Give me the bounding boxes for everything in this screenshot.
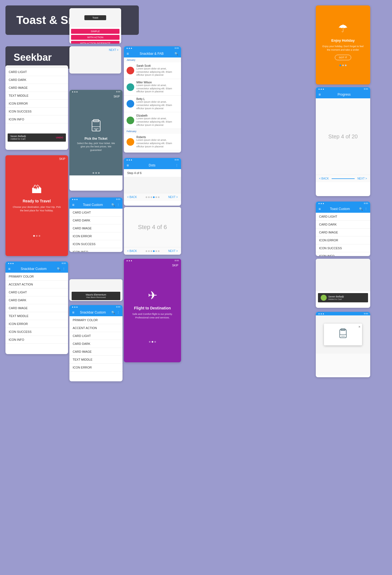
sc-left-item-0[interactable]: PRIMARY COLOR [5,273,68,281]
progress-menu-icon[interactable]: ≡ [318,92,321,97]
sc-right-item-6[interactable]: ICON ERROR [69,364,122,372]
sc-left-item-5[interactable]: TEXT MIDDLE [5,312,68,320]
tc-left-item-5[interactable]: ICON INFO [69,248,122,252]
tc-left-item-1[interactable]: CARD DARK [69,217,122,224]
red-skip-btn[interactable]: SKIP [59,157,65,160]
next-card: NEXT > [69,46,121,74]
ticket-card: ▲▲▲ 8:00 SKIP Pick the Ticket Select the… [69,90,122,191]
sc-right-more[interactable]: ⋮ [117,311,120,314]
tc-right-item-3[interactable]: ICON ERROR [316,236,370,244]
tc-left-item-4[interactable]: ICON SUCCESS [69,240,122,248]
dots-more-icon[interactable]: ⋮ [175,164,178,167]
sc-right-item-0[interactable]: PRIMARY COLOR [69,316,122,324]
list-text-middle[interactable]: TEXT MIDDLE [5,92,68,100]
search-icon[interactable]: 🔍 [174,52,178,56]
menu-icon[interactable]: ≡ [127,51,129,56]
list-card-dark[interactable]: CARD DARK [5,76,68,84]
dots-menu-icon[interactable]: ≡ [127,163,129,168]
sc-right-menu[interactable]: ≡ [72,310,74,315]
cart-person: Seven Belladji [10,135,26,138]
step-next-btn[interactable]: NEXT > [168,250,178,252]
sc-left-menu[interactable]: ≡ [8,267,10,271]
list-card-light[interactable]: CARD LIGHT [5,68,68,76]
tc-right-item-0[interactable]: CARD LIGHT [316,213,370,221]
red-dot-1 [33,235,35,237]
contact-text-roberts: Roberts Lorem ipsum dolor sit amet, cons… [136,136,178,148]
tc-left-more[interactable]: ⋮ [117,203,120,207]
sc-left-item-1[interactable]: ACCENT ACTION [5,281,68,288]
sc-right-status: ▲▲▲ 8:00 [69,305,122,309]
contact-text-roberts-turner: Roberts Turner Lorem ipsum dolor sit ame… [136,152,178,153]
progress-title: Progress [338,93,351,96]
sc-right-item-3[interactable]: CARD DARK [69,340,122,348]
tc-left-header: ≡ Toast Custom 🔍 ⋮ [69,201,122,209]
sc-left-item-4[interactable]: CARD IMAGE [5,304,68,312]
btn-with-action-indefinite[interactable]: WITH ACTION INDEFINITE [71,41,120,44]
progress-nav-footer: < BACK NEXT > [316,175,370,182]
purple-skip-btn[interactable]: SKIP [172,264,178,267]
ticket-status-bar: ▲▲▲ 8:00 [69,90,122,93]
dots-back-btn[interactable]: < BACK [127,196,137,199]
contact-roberts-turner: Roberts Turner Lorem ipsum dolor sit ame… [124,150,181,153]
btn-simple[interactable]: SIMPLE [71,29,120,34]
toast-custom-right-card: ▲▲▲ 8:00 ≡ Toast Custom 🔍 ⋮ CARD LIGHT C… [316,202,370,256]
list-icon-error[interactable]: ICON ERROR [5,100,68,108]
progress-time: 8:00 [364,88,368,90]
sc-left-item-7[interactable]: ICON SUCCESS [5,328,68,336]
january-label: January [124,57,181,62]
contact-text: Sarah Scott Lorem ipsum dolor sit amet, … [136,64,178,77]
sc-left-item-8[interactable]: ICON INFO [5,336,68,344]
dialog-close-icon[interactable]: × [358,325,360,329]
tc-right-item-5[interactable]: ICON INFO [316,252,370,256]
tc-left-menu[interactable]: ≡ [72,203,74,207]
sc-right-item-5[interactable]: TEXT MIDDLE [69,356,122,364]
status-bar: ▲▲▲ 8:00 [124,46,181,50]
sc-left-header: ≡ Snackbar Custom 🔍 ⋮ [5,265,68,273]
tc-left-item-0[interactable]: CARD LIGHT [69,209,122,217]
tc-right-item-4[interactable]: ICON SUCCESS [316,244,370,252]
step-dots [146,250,160,252]
progress-back-btn[interactable]: < BACK [319,177,329,180]
tc-right-more[interactable]: ⋮ [365,207,367,211]
sc-left-search[interactable]: 🔍 [57,267,61,271]
toast-top-card: Toast SIMPLE WITH ACTION WITH ACTION IND… [69,8,121,44]
next-btn[interactable]: NEXT > [109,48,118,51]
step-back-btn[interactable]: < BACK [127,250,137,252]
sc-left-item-6[interactable]: ICON ERROR [5,320,68,328]
sc-right-item-1[interactable]: ACCENT ACTION [69,324,122,332]
ticket-dot-1 [93,172,94,174]
svg-point-4 [96,129,97,130]
tc-right-menu[interactable]: ≡ [318,207,321,211]
ticket-skip[interactable]: SKIP [69,93,122,100]
tc-left-item-2[interactable]: CARD IMAGE [69,224,122,232]
sc-right-search[interactable]: 🔍 [111,311,115,314]
sc-left-more[interactable]: ⋮ [62,267,65,271]
dots-next-btn[interactable]: NEXT > [168,196,178,199]
list-card-image[interactable]: CARD IMAGE [5,84,68,92]
btn-with-action[interactable]: WITH ACTION [71,35,120,40]
progress-card: ▲▲▲ 8:00 ≡ Progress Step 4 of 20 < BACK … [316,87,370,196]
tc-left-item-3[interactable]: ICON ERROR [69,232,122,240]
sc-left-item-3[interactable]: CARD DARK [5,296,68,304]
dialog-status-bar: ▲▲▲ 9:00 [316,312,370,315]
dots-header: ≡ Dots ⋮ [124,162,181,169]
tc-right-item-1[interactable]: CARD DARK [316,221,370,229]
sc-right-item-2[interactable]: CARD LIGHT [69,332,122,340]
tc-right-item-2[interactable]: CARD IMAGE [316,229,370,236]
red-onboarding-desc: Choose your destination, plan Your trip.… [11,205,63,212]
onboarding-orange-icon: ☂ [338,22,348,35]
got-it-button[interactable]: GOT IT [335,55,351,60]
avatar-person [321,295,327,301]
ticket-dot-2 [95,172,97,174]
list-icon-success[interactable]: ICON SUCCESS [5,108,68,115]
tc-left-status: ▲▲▲ 8:00 [69,197,122,201]
undo-btn[interactable]: UNDO [56,136,63,139]
tc-left-search[interactable]: 🔍 [111,203,115,207]
progress-next-btn[interactable]: NEXT > [357,177,367,180]
tc-right-search[interactable]: 🔍 [359,207,363,211]
list-icon-info[interactable]: ICON INFO [5,115,68,123]
sc-left-item-2[interactable]: CARD LIGHT [5,288,68,296]
svg-rect-5 [340,330,346,338]
sc-right-title: Snackbar Custom [80,311,106,314]
sc-right-item-4[interactable]: CARD IMAGE [69,348,122,356]
